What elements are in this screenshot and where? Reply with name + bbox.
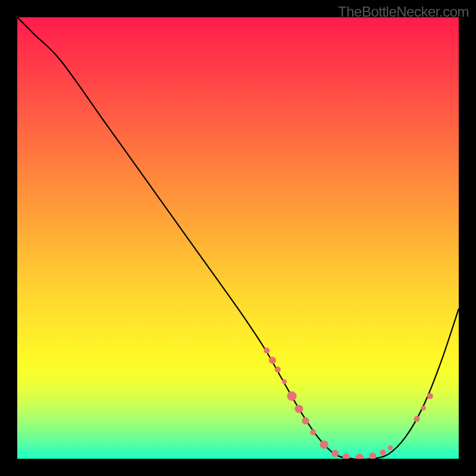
curve-marker [302,417,309,424]
curve-marker [320,440,328,449]
chart-container: TheBottleNecker.com [0,0,476,476]
curve-marker [282,379,287,384]
curve-marker [369,453,376,459]
curve-marker [427,393,433,399]
curve-marker [421,406,426,411]
curve-marker [380,450,386,456]
watermark-text: TheBottleNecker.com [338,4,469,20]
plot-area [17,17,459,459]
curve-marker [310,429,316,435]
curve-marker [269,357,276,364]
curve-markers [264,347,433,459]
curve-marker [343,453,350,459]
curve-marker [414,416,420,422]
curve-marker [355,454,364,459]
curve-marker [287,392,297,401]
curve-marker [275,367,281,372]
curve-marker [295,405,303,413]
curve-marker [331,450,339,457]
curve-marker [388,445,393,450]
bottleneck-curve-path [17,17,459,459]
curve-marker [264,347,270,353]
curve-layer [17,17,459,459]
